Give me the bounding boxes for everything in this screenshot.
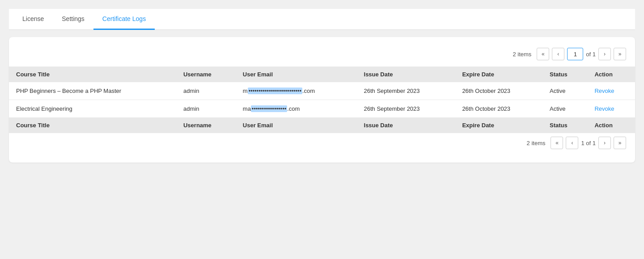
pagination-bottom: 2 items « ‹ 1 of 1 › »: [9, 133, 635, 155]
col-expire-date: Expire Date: [455, 67, 542, 82]
foot-col-action: Action: [587, 117, 635, 133]
col-action: Action: [587, 67, 635, 82]
col-username: Username: [176, 67, 236, 82]
status-cell: Active: [542, 82, 587, 100]
course-title-cell: Electrical Engineering: [9, 100, 176, 118]
items-count-top: 2 items: [513, 51, 531, 58]
status-cell: Active: [542, 100, 587, 118]
username-cell: admin: [176, 82, 236, 100]
page-wrapper: License Settings Certificate Logs 2 item…: [0, 0, 644, 171]
tab-license[interactable]: License: [13, 9, 53, 30]
email-highlight: •••••••••••••••••: [251, 105, 287, 112]
table-header-row: Course Title Username User Email Issue D…: [9, 67, 635, 82]
email-cell: ma•••••••••••••••••.com: [236, 100, 357, 118]
revoke-button[interactable]: Revoke: [594, 105, 614, 112]
foot-col-user-email: User Email: [236, 117, 357, 133]
email-cell: m••••••••••••••••••••••••••.com: [236, 82, 357, 100]
col-user-email: User Email: [236, 67, 357, 82]
action-cell: Revoke: [587, 100, 635, 118]
foot-col-expire-date: Expire Date: [455, 117, 542, 133]
last-page-button-top[interactable]: »: [614, 48, 626, 60]
revoke-button[interactable]: Revoke: [594, 88, 614, 94]
main-card: 2 items « ‹ of 1 › » Course Title Userna…: [9, 37, 635, 163]
email-prefix: m: [243, 88, 248, 94]
email-highlight: ••••••••••••••••••••••••••: [248, 88, 302, 94]
tabs-bar: License Settings Certificate Logs: [9, 9, 635, 30]
col-course-title: Course Title: [9, 67, 176, 82]
table-row: Electrical Engineering admin ma•••••••••…: [9, 100, 635, 118]
foot-col-issue-date: Issue Date: [357, 117, 455, 133]
prev-page-button-top[interactable]: ‹: [552, 48, 564, 60]
foot-col-course-title: Course Title: [9, 117, 176, 133]
email-prefix: ma: [243, 105, 251, 112]
foot-col-status: Status: [542, 117, 587, 133]
email-suffix: .com: [287, 105, 300, 112]
email-suffix: .com: [302, 88, 315, 94]
items-count-bottom: 2 items: [527, 140, 546, 146]
action-cell: Revoke: [587, 82, 635, 100]
col-issue-date: Issue Date: [357, 67, 455, 82]
col-status: Status: [542, 67, 587, 82]
next-page-button-bottom[interactable]: ›: [598, 137, 611, 149]
tab-settings[interactable]: Settings: [53, 9, 93, 30]
prev-page-button-bottom[interactable]: ‹: [566, 137, 578, 149]
table-footer-row: Course Title Username User Email Issue D…: [9, 117, 635, 133]
username-cell: admin: [176, 100, 236, 118]
pagination-top: 2 items « ‹ of 1 › »: [9, 44, 635, 67]
issue-date-cell: 26th September 2023: [357, 100, 455, 118]
foot-col-username: Username: [176, 117, 236, 133]
issue-date-cell: 26th September 2023: [357, 82, 455, 100]
first-page-button-bottom[interactable]: «: [551, 137, 563, 149]
tab-certificate-logs[interactable]: Certificate Logs: [93, 9, 155, 30]
expire-date-cell: 26th October 2023: [455, 100, 542, 118]
page-of-bottom: 1 of 1: [581, 140, 596, 146]
next-page-button-top[interactable]: ›: [598, 48, 611, 60]
expire-date-cell: 26th October 2023: [455, 82, 542, 100]
table-row: PHP Beginners – Become a PHP Master admi…: [9, 82, 635, 100]
first-page-button-top[interactable]: «: [537, 48, 549, 60]
last-page-button-bottom[interactable]: »: [614, 137, 626, 149]
page-input-top[interactable]: [567, 48, 583, 60]
certificate-logs-table: Course Title Username User Email Issue D…: [9, 67, 635, 133]
page-of-top: of 1: [586, 51, 596, 58]
course-title-cell: PHP Beginners – Become a PHP Master: [9, 82, 176, 100]
